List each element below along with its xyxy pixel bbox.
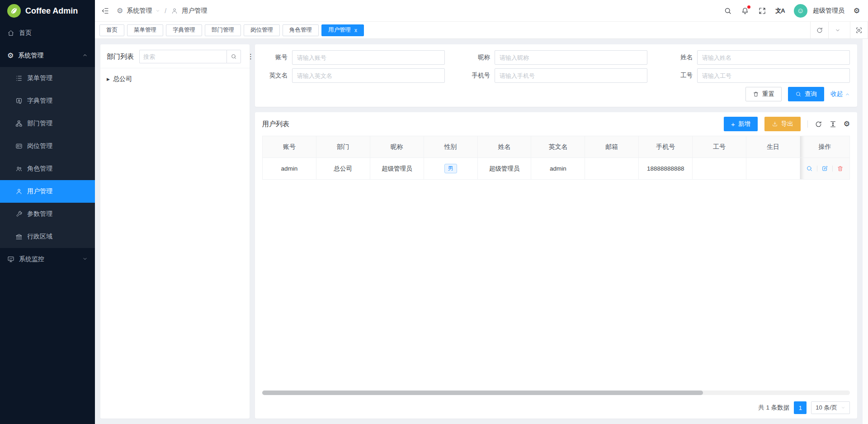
sidebar: Coffee Admin 首页 ⚙ 系统管理 菜单管理 字典管理 部门管理 岗位… <box>0 0 95 424</box>
sidebar-item-home[interactable]: 首页 <box>0 22 95 44</box>
refresh-tab-button[interactable] <box>810 22 828 38</box>
scrollbar-thumb[interactable] <box>262 391 703 395</box>
user-table-title: 用户列表 <box>262 120 289 129</box>
dept-search-input[interactable] <box>139 50 226 63</box>
tab-menu-dropdown[interactable] <box>828 22 846 38</box>
edit-row-button[interactable] <box>821 165 828 172</box>
bank-icon <box>15 233 23 240</box>
sidebar-item-system[interactable]: ⚙ 系统管理 <box>0 44 95 67</box>
sidebar-item-role[interactable]: 角色管理 <box>0 157 95 180</box>
query-button[interactable]: 查询 <box>788 87 824 101</box>
job-number-input[interactable] <box>697 68 850 83</box>
col-email[interactable]: 邮箱 <box>585 136 639 158</box>
collapse-toggle[interactable]: 收起 <box>830 90 850 98</box>
search-button[interactable] <box>724 7 732 15</box>
page-1-button[interactable]: 1 <box>794 401 807 414</box>
search-icon <box>806 165 813 172</box>
tab-user[interactable]: 用户管理 x <box>321 24 364 36</box>
pagination: 共 1 条数据 1 10 条/页 <box>262 397 850 419</box>
tab-dict[interactable]: 字典管理 <box>166 24 202 36</box>
tabs: 首页 菜单管理 字典管理 部门管理 岗位管理 角色管理 用户管理 x <box>99 24 364 36</box>
breadcrumb-level1[interactable]: 系统管理 <box>127 7 152 15</box>
nickname-input[interactable] <box>495 50 647 65</box>
add-user-button[interactable]: + 新增 <box>724 117 758 131</box>
notifications-button[interactable] <box>741 7 749 15</box>
col-dept[interactable]: 部门 <box>316 136 370 158</box>
notification-badge <box>747 5 750 9</box>
user-name[interactable]: 超级管理员 <box>813 7 844 15</box>
cell-actions <box>800 158 850 180</box>
english-name-input[interactable] <box>292 68 445 83</box>
sidebar-item-dept[interactable]: 部门管理 <box>0 112 95 135</box>
chevron-down-icon <box>82 256 88 263</box>
search-icon <box>724 7 732 15</box>
account-input[interactable] <box>292 50 445 65</box>
col-gender[interactable]: 性别 <box>424 136 477 158</box>
table-horizontal-scrollbar[interactable] <box>262 391 850 395</box>
sidebar-item-dict[interactable]: 字典管理 <box>0 90 95 112</box>
wrench-icon <box>15 210 23 218</box>
tab-role[interactable]: 角色管理 <box>283 24 319 36</box>
col-english-name[interactable]: 英文名 <box>531 136 585 158</box>
menu-fold-button[interactable] <box>101 7 109 15</box>
sidebar-item-region[interactable]: 行政区域 <box>0 225 95 248</box>
settings-button[interactable]: ⚙ <box>854 7 860 14</box>
caret-right-icon[interactable]: ▶ <box>107 77 110 81</box>
field-english-name: 英文名 <box>262 68 445 83</box>
sidebar-item-user[interactable]: 用户管理 <box>0 180 95 203</box>
table-row[interactable]: admin 总公司 超级管理员 男 超级管理员 admin 1888888888… <box>263 158 850 180</box>
field-job-number: 工号 <box>667 68 850 83</box>
col-name[interactable]: 姓名 <box>477 136 531 158</box>
name-input[interactable] <box>697 50 850 65</box>
col-job-number[interactable]: 工号 <box>693 136 746 158</box>
dept-panel-header: 部门列表 ⋮ <box>100 44 250 68</box>
cell-job-number <box>693 158 746 180</box>
cell-account: admin <box>263 158 316 180</box>
cell-gender: 男 <box>424 158 477 180</box>
cell-english-name: admin <box>531 158 585 180</box>
col-birthday[interactable]: 生日 <box>746 136 800 158</box>
page-size-select[interactable]: 10 条/页 <box>811 401 850 414</box>
tab-home[interactable]: 首页 <box>99 24 124 36</box>
toolbar-divider <box>807 120 808 128</box>
sidebar-item-param[interactable]: 参数管理 <box>0 203 95 225</box>
tab-post[interactable]: 岗位管理 <box>244 24 280 36</box>
tab-dept[interactable]: 部门管理 <box>205 24 241 36</box>
dept-search-button[interactable] <box>226 50 241 63</box>
trash-icon <box>837 165 844 172</box>
kebab-menu-icon[interactable]: ⋮ <box>246 52 255 61</box>
filter-grid: 账号 昵称 姓名 英文名 <box>262 50 850 83</box>
sidebar-item-post[interactable]: 岗位管理 <box>0 135 95 157</box>
chevron-down-icon <box>835 28 840 33</box>
col-account[interactable]: 账号 <box>263 136 316 158</box>
roles-icon <box>15 165 23 172</box>
content-fullscreen-button[interactable] <box>850 22 868 38</box>
sidebar-item-monitor[interactable]: 系统监控 <box>0 248 95 271</box>
dept-panel-title: 部门列表 <box>107 52 134 61</box>
phone-input[interactable] <box>495 68 647 83</box>
avatar[interactable]: ☺ <box>794 4 807 18</box>
fullscreen-button[interactable] <box>758 7 766 15</box>
tab-menu[interactable]: 菜单管理 <box>127 24 163 36</box>
user-table-panel: 用户列表 + 新增 导出 <box>255 112 857 419</box>
tree-node-root[interactable]: ▶ 总公司 <box>105 74 245 85</box>
field-account: 账号 <box>262 50 445 65</box>
tab-bar: 首页 菜单管理 字典管理 部门管理 岗位管理 角色管理 用户管理 x <box>95 22 868 39</box>
translate-button[interactable]: 文A <box>775 7 784 15</box>
app-title: Coffee Admin <box>25 6 78 16</box>
col-nickname[interactable]: 昵称 <box>370 136 424 158</box>
row-height-button[interactable] <box>829 120 837 128</box>
dept-tree: ▶ 总公司 <box>100 68 250 90</box>
delete-row-button[interactable] <box>837 165 844 172</box>
app-logo[interactable]: Coffee Admin <box>0 0 95 22</box>
sidebar-item-menu[interactable]: 菜单管理 <box>0 67 95 90</box>
table-refresh-button[interactable] <box>815 120 822 128</box>
col-phone[interactable]: 手机号 <box>639 136 693 158</box>
close-icon[interactable]: x <box>354 27 357 33</box>
reset-button[interactable]: 重置 <box>745 87 782 101</box>
view-row-button[interactable] <box>806 165 813 172</box>
window-scrollbar[interactable] <box>863 39 868 424</box>
user-table-header: 用户列表 + 新增 导出 <box>262 112 850 136</box>
table-settings-button[interactable]: ⚙ <box>844 120 850 128</box>
export-button[interactable]: 导出 <box>764 117 801 131</box>
